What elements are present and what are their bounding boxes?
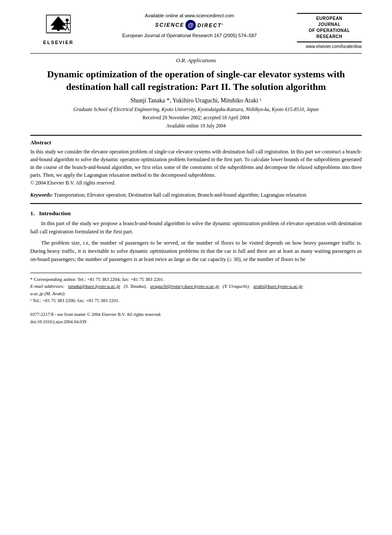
authors: Shunji Tanaka *, Yukihiro Uraguchi, Mitu… <box>30 97 362 104</box>
footnotes: * Corresponding author. Tel.: +81 75 383… <box>30 273 362 304</box>
direct-text: DIRECT• <box>197 22 223 29</box>
svg-point-5 <box>66 19 69 22</box>
elsevier-label: ELSEVIER <box>43 40 73 45</box>
email1-name: (S. Tanaka), <box>124 283 147 289</box>
ejor-box: EUROPEAN JOURNAL OF OPERATIONAL RESEARCH <box>297 13 362 42</box>
abstract-label: Abstract <box>30 139 362 146</box>
ejor-line-4: RESEARCH <box>300 34 358 40</box>
abstract-copyright: © 2004 Elsevier B.V. All rights reserved… <box>30 180 115 186</box>
header-center: Available online at www.sciencedirect.co… <box>86 13 293 38</box>
email2-name: (Y. Uraguchi), <box>223 283 250 289</box>
svg-line-9 <box>67 27 69 30</box>
keywords-text: Transportation; Elevator operation; Dest… <box>54 192 306 198</box>
header: ELSEVIER Available online at www.science… <box>30 13 362 49</box>
intro-number: 1. <box>30 210 35 217</box>
title-divider-top <box>30 135 362 136</box>
footnote1: ¹ Tel.: +81 75 383 2200; fax: +81 75 383… <box>30 297 362 304</box>
keywords: Keywords: Transportation; Elevator opera… <box>30 191 362 199</box>
received-text: Received 29 November 2002; accepted 18 A… <box>30 114 362 121</box>
ejor-line-2: JOURNAL <box>300 22 358 28</box>
svg-marker-4 <box>51 16 67 29</box>
header-right: EUROPEAN JOURNAL OF OPERATIONAL RESEARCH… <box>293 13 362 49</box>
science-text: SCIENCE <box>155 22 184 28</box>
abstract-section: Abstract In this study we consider the e… <box>30 139 362 187</box>
journal-info: European Journal of Operational Research… <box>122 33 257 38</box>
ejor-website: www.elsevier.com/locate/dsw <box>306 44 362 49</box>
section-label: O.R. Applications <box>30 57 362 64</box>
available-online-article: Available online 19 July 2004 <box>30 122 362 130</box>
sciencedirect-logo: SCIENCE @ DIRECT• <box>155 20 224 30</box>
email-label: E-mail addresses: <box>30 283 64 289</box>
header-left: ELSEVIER <box>30 13 86 45</box>
page: ELSEVIER Available online at www.science… <box>0 0 392 535</box>
ejor-line-1: EUROPEAN <box>300 16 358 22</box>
issn-line: 0377-2217/$ - see front matter © 2004 El… <box>30 311 362 318</box>
footnote-email: E-mail addresses: tanaka@kuee.kyoto-u.ac… <box>30 283 362 290</box>
svg-line-8 <box>65 27 67 30</box>
intro-title: Introduction <box>39 210 70 217</box>
email2: uraguchi@rotary.kuee.kyoto-u.ac.jp <box>150 283 219 289</box>
abstract-text: In this study we consider the elevator o… <box>30 148 362 187</box>
intro-para1: In this part of the study we propose a b… <box>30 220 362 236</box>
email3: araki@kuee.kyoto-u.ac.jp <box>253 283 303 289</box>
keywords-label: Keywords: <box>30 192 53 198</box>
footnote-email-cont: u.ac.jp (M. Araki). <box>30 290 362 297</box>
header-divider <box>30 53 362 54</box>
elsevier-logo: ELSEVIER <box>32 13 84 45</box>
article-title: Dynamic optimization of the operation of… <box>30 68 362 93</box>
received-dates: Received 29 November 2002; accepted 18 A… <box>30 114 362 130</box>
footnote-corresponding: * Corresponding author. Tel.: +81 75 383… <box>30 276 362 283</box>
affiliation: Graduate School of Electrical Engineerin… <box>30 107 362 112</box>
bottom-info: 0377-2217/$ - see front matter © 2004 El… <box>30 311 362 326</box>
intro-section-title: 1. Introduction <box>30 210 362 217</box>
elsevier-tree-icon <box>41 13 76 39</box>
intro-para2: The problem size, i.e, the number of pas… <box>30 239 362 264</box>
available-online-text: Available online at www.sciencedirect.co… <box>145 13 234 18</box>
ejor-line-3: OF OPERATIONAL <box>300 28 358 34</box>
email1: tanaka@kuee.kyoto-u.ac.jp <box>68 283 120 289</box>
at-icon: @ <box>185 20 196 30</box>
abstract-divider-bottom <box>30 203 362 204</box>
doi-line: doi:10.1016/j.ejor.2004.04.039 <box>30 318 362 326</box>
